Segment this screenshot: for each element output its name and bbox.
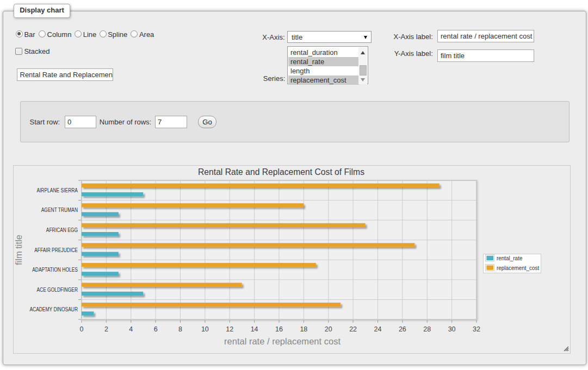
svg-text:AGENT TRUMAN: AGENT TRUMAN [41,207,78,213]
svg-text:AFFAIR PREJUDICE: AFFAIR PREJUDICE [34,247,78,253]
svg-text:22: 22 [349,325,357,333]
svg-text:18: 18 [300,325,307,333]
svg-text:10: 10 [201,325,209,333]
svg-text:rental_rate: rental_rate [497,255,522,261]
svg-text:replacement_cost: replacement_cost [497,265,539,271]
svg-text:0: 0 [80,325,84,333]
svg-text:2: 2 [104,325,108,333]
svg-text:32: 32 [473,325,480,333]
svg-text:16: 16 [275,325,283,333]
svg-text:AFRICAN EGG: AFRICAN EGG [46,227,78,233]
svg-text:26: 26 [399,325,406,333]
svg-text:AIRPLANE SIERRA: AIRPLANE SIERRA [36,187,78,193]
svg-text:14: 14 [251,325,258,333]
svg-text:12: 12 [226,325,233,333]
svg-text:rental rate / replacement cost: rental rate / replacement cost [224,336,341,346]
svg-text:30: 30 [448,325,456,333]
svg-text:ADAPTATION HOLES: ADAPTATION HOLES [32,267,78,273]
svg-text:film title: film title [14,235,23,265]
svg-text:20: 20 [325,325,332,333]
svg-text:28: 28 [423,325,431,333]
svg-text:Rental Rate and Replacement Co: Rental Rate and Replacement Cost of Film… [198,167,364,177]
svg-text:24: 24 [374,325,382,333]
svg-text:8: 8 [178,325,182,333]
svg-text:ACADEMY DINOSAUR: ACADEMY DINOSAUR [29,306,78,312]
svg-text:4: 4 [129,325,133,333]
svg-text:ACE GOLDFINGER: ACE GOLDFINGER [36,287,78,293]
svg-text:6: 6 [154,325,158,333]
